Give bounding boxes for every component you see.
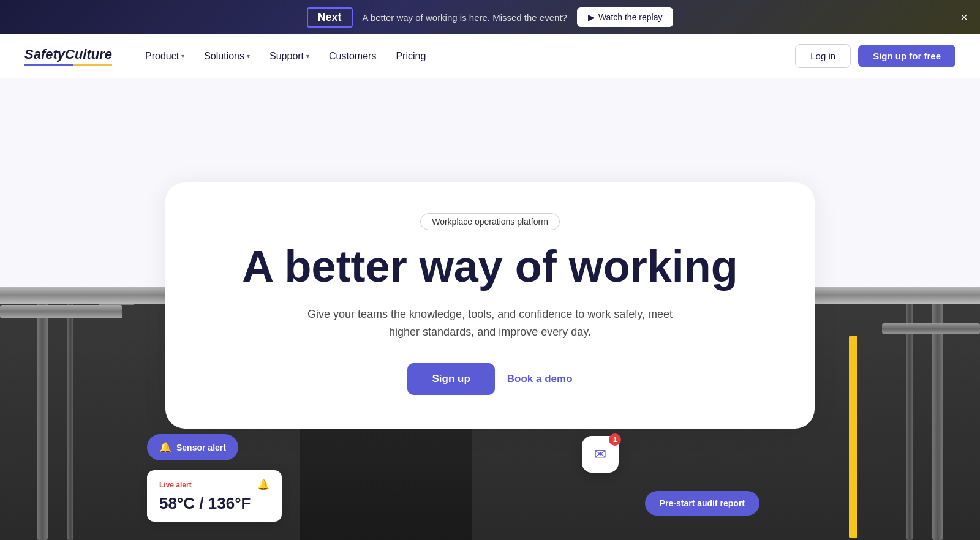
mail-icon: ✉: [594, 446, 606, 463]
hero-title: A better way of working: [202, 242, 778, 291]
close-icon: ×: [960, 10, 968, 24]
platform-badge: Workplace operations platform: [420, 213, 560, 230]
announcement-bar: Next A better way of working is here. Mi…: [0, 0, 980, 34]
nav-item-customers[interactable]: Customers: [320, 46, 385, 67]
next-badge: Next: [307, 7, 353, 28]
bell-icon: 🔔: [159, 441, 172, 453]
nav-label-product: Product: [145, 51, 179, 62]
mail-badge: 1: [609, 433, 621, 446]
nav-item-solutions[interactable]: Solutions ▾: [195, 46, 258, 67]
nav-actions: Log in Sign up for free: [795, 44, 956, 68]
login-button[interactable]: Log in: [795, 44, 851, 68]
nav-item-pricing[interactable]: Pricing: [387, 46, 434, 67]
nav-label-support: Support: [270, 51, 304, 62]
live-alert-label: Live alert: [159, 481, 192, 489]
pipe-left-2: [67, 287, 74, 540]
nav-label-pricing: Pricing: [396, 51, 426, 62]
logo-underline: [24, 64, 112, 66]
hero-card: Workplace operations platform A better w…: [165, 182, 815, 429]
signup-button[interactable]: Sign up for free: [858, 45, 956, 67]
announcement-text: A better way of working is here. Missed …: [363, 12, 567, 23]
pipe-left-1: [37, 287, 48, 540]
chevron-down-icon: ▾: [181, 53, 184, 59]
hero-signup-button[interactable]: Sign up: [407, 363, 494, 395]
live-alert-header: Live alert 🔔: [159, 479, 270, 490]
watch-replay-label: Watch the replay: [598, 12, 663, 22]
close-announcement-button[interactable]: ×: [960, 11, 968, 23]
watch-replay-button[interactable]: ▶ Watch the replay: [577, 7, 674, 27]
chevron-down-icon: ▾: [306, 53, 309, 59]
sensor-alert-text: Sensor alert: [176, 443, 226, 452]
mail-notification[interactable]: 1 ✉: [582, 436, 619, 473]
logo[interactable]: SafetyCulture: [24, 47, 112, 66]
hero-actions: Sign up Book a demo: [202, 363, 778, 395]
mail-count: 1: [613, 436, 617, 443]
sensor-alert-pill: 🔔 Sensor alert: [147, 434, 238, 460]
nav-item-support[interactable]: Support ▾: [261, 46, 318, 67]
live-alert-card: Live alert 🔔 58°C / 136°F: [147, 470, 282, 522]
nav-label-solutions: Solutions: [204, 51, 244, 62]
nav-item-product[interactable]: Product ▾: [137, 46, 193, 67]
yellow-bar: [849, 336, 858, 538]
play-icon: ▶: [588, 12, 595, 22]
hero-subtitle: Give your teams the knowledge, tools, an…: [306, 306, 674, 341]
duct-right: [882, 323, 980, 334]
hero-demo-link[interactable]: Book a demo: [507, 373, 573, 385]
main-navigation: SafetyCulture Product ▾ Solutions ▾ Supp…: [0, 34, 980, 78]
nav-label-customers: Customers: [329, 51, 376, 62]
duct-left: [0, 305, 123, 318]
logo-text: SafetyCulture: [24, 47, 112, 62]
alert-bell-icon: 🔔: [257, 479, 270, 490]
pre-start-badge: Pre-start audit report: [645, 491, 760, 516]
nav-links: Product ▾ Solutions ▾ Support ▾ Customer…: [137, 46, 795, 67]
hero-section: Workplace operations platform A better w…: [0, 78, 980, 540]
chevron-down-icon: ▾: [247, 53, 250, 59]
platform-badge-text: Workplace operations platform: [432, 217, 548, 227]
pre-start-text: Pre-start audit report: [660, 498, 745, 508]
live-alert-temperature: 58°C / 136°F: [159, 494, 270, 513]
